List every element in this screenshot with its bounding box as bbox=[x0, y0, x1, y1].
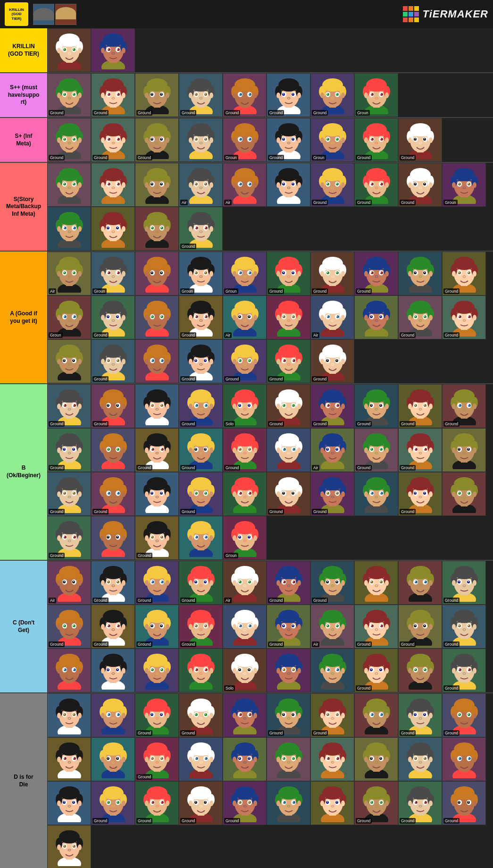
svg-point-1069 bbox=[331, 408, 334, 410]
svg-point-158 bbox=[364, 93, 368, 98]
svg-point-1133 bbox=[68, 452, 71, 454]
svg-point-1657 bbox=[415, 581, 418, 583]
svg-point-1551 bbox=[122, 580, 125, 586]
svg-point-1661 bbox=[419, 585, 422, 587]
svg-point-2063 bbox=[209, 713, 213, 718]
svg-point-635 bbox=[327, 272, 328, 273]
svg-point-1956 bbox=[366, 654, 387, 667]
svg-point-1917 bbox=[243, 673, 246, 674]
svg-point-170 bbox=[73, 138, 75, 141]
svg-point-1595 bbox=[239, 581, 240, 582]
svg-point-1195 bbox=[239, 448, 240, 449]
svg-point-1194 bbox=[248, 448, 251, 451]
svg-point-564 bbox=[147, 257, 167, 270]
svg-point-959 bbox=[341, 359, 345, 364]
svg-point-745 bbox=[195, 315, 198, 318]
svg-point-873 bbox=[107, 359, 110, 362]
svg-point-2363 bbox=[151, 801, 152, 802]
svg-point-380 bbox=[249, 183, 250, 184]
svg-point-2252 bbox=[292, 758, 293, 758]
svg-point-788 bbox=[322, 301, 343, 314]
svg-point-1005 bbox=[156, 408, 159, 410]
svg-point-340 bbox=[147, 168, 167, 181]
svg-point-1860 bbox=[103, 654, 124, 667]
svg-point-1039 bbox=[253, 404, 257, 409]
svg-point-266 bbox=[336, 138, 339, 141]
svg-point-1444 bbox=[59, 521, 80, 534]
svg-point-2058 bbox=[204, 713, 207, 716]
svg-point-989 bbox=[112, 408, 115, 410]
svg-point-2153 bbox=[458, 713, 461, 716]
tier-content-sp: Ground Ground bbox=[47, 118, 493, 162]
svg-point-1836 bbox=[468, 625, 469, 626]
list-item bbox=[135, 252, 179, 295]
svg-point-2106 bbox=[336, 713, 339, 716]
svg-point-1211 bbox=[283, 448, 284, 449]
svg-point-2059 bbox=[195, 714, 196, 715]
svg-point-396 bbox=[292, 183, 293, 184]
list-item: Ground bbox=[47, 118, 91, 162]
svg-point-532 bbox=[59, 257, 80, 270]
list-item: Ground bbox=[398, 781, 442, 825]
svg-point-2157 bbox=[463, 717, 466, 719]
svg-point-510 bbox=[145, 226, 149, 232]
svg-point-1964 bbox=[380, 669, 381, 670]
svg-point-2413 bbox=[287, 805, 290, 807]
svg-point-1003 bbox=[151, 405, 152, 405]
svg-point-909 bbox=[200, 363, 202, 365]
svg-point-2073 bbox=[239, 713, 242, 716]
svg-point-2292 bbox=[410, 742, 431, 756]
svg-point-1230 bbox=[320, 447, 324, 453]
svg-point-1691 bbox=[64, 625, 65, 626]
svg-point-1748 bbox=[234, 610, 255, 623]
tier-label-a: A (Good if you get it) bbox=[0, 252, 47, 383]
svg-point-701 bbox=[68, 320, 71, 321]
svg-point-260 bbox=[322, 123, 343, 136]
svg-point-1486 bbox=[145, 535, 149, 541]
svg-point-190 bbox=[101, 137, 105, 143]
svg-point-772 bbox=[278, 301, 299, 314]
list-item bbox=[135, 339, 179, 383]
svg-point-2420 bbox=[322, 786, 343, 800]
svg-point-523 bbox=[195, 227, 196, 228]
svg-point-2347 bbox=[108, 801, 109, 802]
svg-point-2172 bbox=[73, 758, 74, 758]
svg-point-334 bbox=[101, 182, 105, 188]
list-item: Ground bbox=[135, 118, 179, 162]
svg-point-1820 bbox=[424, 625, 425, 626]
svg-point-238 bbox=[233, 137, 236, 143]
svg-point-2287 bbox=[385, 757, 389, 762]
svg-point-2445 bbox=[375, 805, 378, 807]
svg-point-794 bbox=[336, 315, 339, 318]
svg-point-1388 bbox=[336, 492, 337, 493]
svg-point-2036 bbox=[147, 699, 167, 712]
list-item: Ground bbox=[310, 561, 354, 605]
svg-point-1903 bbox=[209, 668, 213, 674]
svg-point-2303 bbox=[429, 757, 433, 762]
svg-point-4 bbox=[59, 34, 80, 47]
svg-point-671 bbox=[429, 271, 433, 277]
svg-point-1436 bbox=[468, 492, 469, 493]
svg-point-1067 bbox=[327, 405, 328, 405]
svg-point-1898 bbox=[205, 668, 208, 671]
svg-point-2250 bbox=[292, 757, 295, 760]
svg-point-1263 bbox=[429, 447, 433, 453]
svg-point-1802 bbox=[380, 624, 383, 627]
list-item: Ground bbox=[91, 472, 135, 516]
svg-point-476 bbox=[73, 227, 74, 228]
svg-point-255 bbox=[297, 137, 301, 143]
svg-point-1423 bbox=[429, 491, 433, 497]
svg-point-779 bbox=[283, 316, 284, 317]
svg-point-2170 bbox=[73, 757, 76, 760]
svg-point-557 bbox=[112, 276, 115, 278]
svg-point-916 bbox=[234, 345, 255, 358]
svg-point-1012 bbox=[191, 389, 211, 403]
svg-point-1594 bbox=[248, 581, 251, 583]
svg-point-830 bbox=[408, 315, 412, 320]
svg-point-185 bbox=[108, 138, 110, 141]
svg-point-1561 bbox=[151, 581, 154, 583]
svg-point-2313 bbox=[459, 757, 461, 760]
list-item: Ground bbox=[223, 781, 267, 825]
list-item bbox=[179, 118, 223, 162]
svg-point-1979 bbox=[415, 669, 416, 670]
